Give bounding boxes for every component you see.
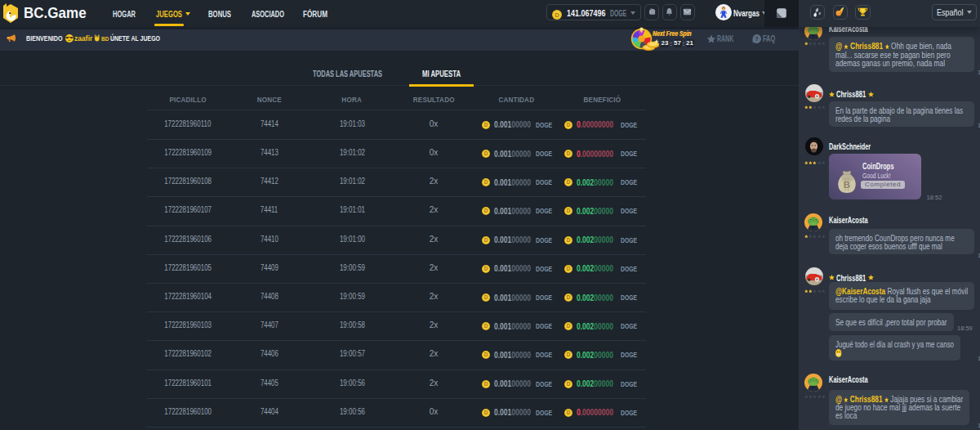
svg-text:D: D — [567, 266, 571, 271]
svg-text:D: D — [484, 150, 488, 156]
svg-text:D: D — [484, 180, 488, 186]
svg-text:D: D — [555, 11, 559, 18]
svg-text:D: D — [567, 294, 571, 300]
svg-text:D: D — [484, 237, 488, 243]
svg-text:D: D — [484, 266, 488, 271]
svg-text:B: B — [843, 179, 849, 190]
svg-text:D: D — [484, 208, 488, 214]
svg-text:D: D — [484, 352, 488, 358]
svg-text:D: D — [567, 180, 571, 186]
svg-text:D: D — [567, 352, 571, 358]
svg-text:D: D — [484, 381, 488, 387]
svg-text:D: D — [484, 324, 488, 329]
svg-text:D: D — [567, 381, 571, 387]
svg-text:D: D — [567, 122, 571, 128]
svg-text:D: D — [484, 294, 488, 300]
svg-text:D: D — [567, 208, 571, 214]
svg-text:D: D — [567, 150, 571, 156]
svg-text:D: D — [484, 122, 488, 128]
svg-text:D: D — [484, 410, 488, 415]
svg-text:D: D — [567, 237, 571, 243]
svg-text:D: D — [567, 324, 571, 329]
svg-text:?: ? — [755, 36, 758, 42]
svg-text:D: D — [567, 410, 571, 415]
